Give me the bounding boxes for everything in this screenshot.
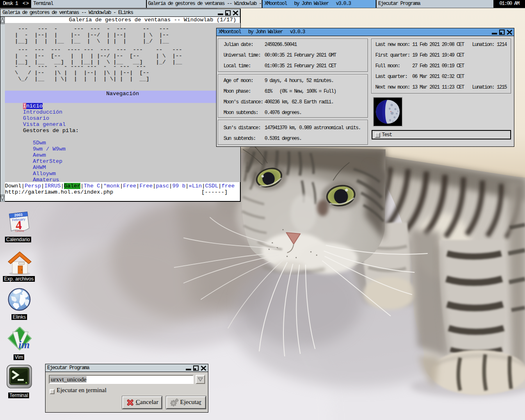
svg-text:2003: 2003: [14, 212, 23, 217]
svg-text:Tuesday: Tuesday: [15, 229, 24, 233]
svg-text:im: im: [18, 339, 30, 351]
